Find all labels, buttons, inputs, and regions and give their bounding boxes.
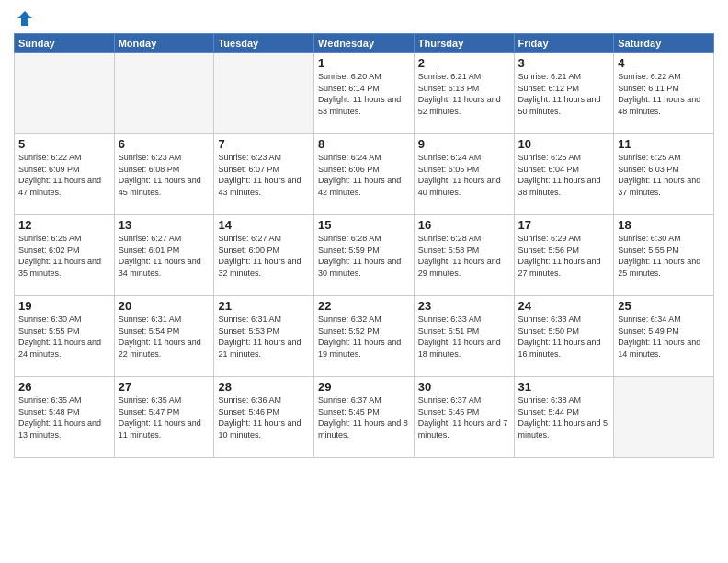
cell-day-number: 26 [18, 380, 110, 394]
calendar-cell: 29Sunrise: 6:37 AMSunset: 5:45 PMDayligh… [314, 377, 415, 458]
calendar-week-row: 5Sunrise: 6:22 AMSunset: 6:09 PMDaylight… [15, 134, 714, 215]
cell-day-number: 3 [518, 56, 610, 70]
calendar-cell [15, 53, 115, 134]
cell-day-number: 5 [18, 137, 110, 151]
cell-day-number: 10 [518, 137, 610, 151]
cell-info: Sunrise: 6:24 AMSunset: 6:05 PMDaylight:… [418, 152, 510, 198]
cell-day-number: 24 [518, 299, 610, 313]
header [14, 9, 714, 28]
cell-info: Sunrise: 6:38 AMSunset: 5:44 PMDaylight:… [518, 395, 610, 441]
calendar-header-sunday: Sunday [15, 34, 115, 53]
cell-day-number: 15 [318, 218, 410, 232]
calendar-cell [214, 53, 314, 134]
calendar-cell: 8Sunrise: 6:24 AMSunset: 6:06 PMDaylight… [314, 134, 415, 215]
calendar-cell: 30Sunrise: 6:37 AMSunset: 5:45 PMDayligh… [414, 377, 514, 458]
calendar-header-wednesday: Wednesday [314, 34, 415, 53]
calendar-cell: 1Sunrise: 6:20 AMSunset: 6:14 PMDaylight… [314, 53, 415, 134]
calendar-week-row: 1Sunrise: 6:20 AMSunset: 6:14 PMDaylight… [15, 53, 714, 134]
calendar-cell: 4Sunrise: 6:22 AMSunset: 6:11 PMDaylight… [614, 53, 714, 134]
cell-day-number: 7 [218, 137, 310, 151]
calendar-cell: 24Sunrise: 6:33 AMSunset: 5:50 PMDayligh… [514, 296, 614, 377]
cell-day-number: 22 [318, 299, 410, 313]
calendar-cell: 23Sunrise: 6:33 AMSunset: 5:51 PMDayligh… [414, 296, 514, 377]
cell-day-number: 1 [318, 56, 410, 70]
cell-info: Sunrise: 6:21 AMSunset: 6:13 PMDaylight:… [418, 71, 510, 117]
cell-info: Sunrise: 6:26 AMSunset: 6:02 PMDaylight:… [18, 233, 110, 279]
cell-day-number: 8 [318, 137, 410, 151]
calendar-cell: 22Sunrise: 6:32 AMSunset: 5:52 PMDayligh… [314, 296, 415, 377]
cell-info: Sunrise: 6:25 AMSunset: 6:04 PMDaylight:… [518, 152, 610, 198]
calendar-cell: 18Sunrise: 6:30 AMSunset: 5:55 PMDayligh… [614, 215, 714, 296]
calendar-cell: 3Sunrise: 6:21 AMSunset: 6:12 PMDaylight… [514, 53, 614, 134]
svg-marker-0 [17, 11, 32, 26]
calendar-cell: 13Sunrise: 6:27 AMSunset: 6:01 PMDayligh… [114, 215, 214, 296]
cell-info: Sunrise: 6:31 AMSunset: 5:54 PMDaylight:… [119, 314, 210, 360]
cell-day-number: 30 [418, 380, 510, 394]
cell-day-number: 4 [618, 56, 710, 70]
cell-day-number: 6 [119, 137, 210, 151]
cell-info: Sunrise: 6:22 AMSunset: 6:09 PMDaylight:… [18, 152, 110, 198]
cell-day-number: 20 [119, 299, 210, 313]
calendar-header-row: SundayMondayTuesdayWednesdayThursdayFrid… [15, 34, 714, 53]
cell-info: Sunrise: 6:21 AMSunset: 6:12 PMDaylight:… [518, 71, 610, 117]
cell-day-number: 9 [418, 137, 510, 151]
cell-info: Sunrise: 6:23 AMSunset: 6:07 PMDaylight:… [218, 152, 310, 198]
cell-day-number: 16 [418, 218, 510, 232]
calendar-header-friday: Friday [514, 34, 614, 53]
cell-day-number: 29 [318, 380, 410, 394]
cell-info: Sunrise: 6:31 AMSunset: 5:53 PMDaylight:… [218, 314, 310, 360]
calendar-cell: 21Sunrise: 6:31 AMSunset: 5:53 PMDayligh… [214, 296, 314, 377]
calendar-header-thursday: Thursday [414, 34, 514, 53]
calendar-week-row: 19Sunrise: 6:30 AMSunset: 5:55 PMDayligh… [15, 296, 714, 377]
cell-day-number: 17 [518, 218, 610, 232]
calendar-cell: 10Sunrise: 6:25 AMSunset: 6:04 PMDayligh… [514, 134, 614, 215]
cell-day-number: 28 [218, 380, 310, 394]
calendar-cell: 27Sunrise: 6:35 AMSunset: 5:47 PMDayligh… [114, 377, 214, 458]
calendar-week-row: 26Sunrise: 6:35 AMSunset: 5:48 PMDayligh… [15, 377, 714, 458]
cell-day-number: 31 [518, 380, 610, 394]
cell-day-number: 19 [18, 299, 110, 313]
calendar-header-tuesday: Tuesday [214, 34, 314, 53]
calendar-cell: 28Sunrise: 6:36 AMSunset: 5:46 PMDayligh… [214, 377, 314, 458]
cell-day-number: 18 [618, 218, 710, 232]
calendar-cell: 6Sunrise: 6:23 AMSunset: 6:08 PMDaylight… [114, 134, 214, 215]
calendar-cell: 11Sunrise: 6:25 AMSunset: 6:03 PMDayligh… [614, 134, 714, 215]
calendar-cell: 9Sunrise: 6:24 AMSunset: 6:05 PMDaylight… [414, 134, 514, 215]
cell-info: Sunrise: 6:22 AMSunset: 6:11 PMDaylight:… [618, 71, 710, 117]
cell-info: Sunrise: 6:20 AMSunset: 6:14 PMDaylight:… [318, 71, 410, 117]
cell-info: Sunrise: 6:28 AMSunset: 5:58 PMDaylight:… [418, 233, 510, 279]
cell-day-number: 13 [119, 218, 210, 232]
calendar-cell: 2Sunrise: 6:21 AMSunset: 6:13 PMDaylight… [414, 53, 514, 134]
cell-info: Sunrise: 6:32 AMSunset: 5:52 PMDaylight:… [318, 314, 410, 360]
calendar-cell: 17Sunrise: 6:29 AMSunset: 5:56 PMDayligh… [514, 215, 614, 296]
logo [14, 9, 34, 28]
calendar-cell [114, 53, 214, 134]
calendar-cell [614, 377, 714, 458]
cell-info: Sunrise: 6:33 AMSunset: 5:50 PMDaylight:… [518, 314, 610, 360]
cell-info: Sunrise: 6:36 AMSunset: 5:46 PMDaylight:… [218, 395, 310, 441]
calendar-week-row: 12Sunrise: 6:26 AMSunset: 6:02 PMDayligh… [15, 215, 714, 296]
cell-info: Sunrise: 6:23 AMSunset: 6:08 PMDaylight:… [119, 152, 210, 198]
cell-day-number: 14 [218, 218, 310, 232]
cell-info: Sunrise: 6:27 AMSunset: 6:01 PMDaylight:… [119, 233, 210, 279]
cell-info: Sunrise: 6:37 AMSunset: 5:45 PMDaylight:… [318, 395, 410, 441]
cell-info: Sunrise: 6:29 AMSunset: 5:56 PMDaylight:… [518, 233, 610, 279]
calendar-cell: 16Sunrise: 6:28 AMSunset: 5:58 PMDayligh… [414, 215, 514, 296]
cell-info: Sunrise: 6:37 AMSunset: 5:45 PMDaylight:… [418, 395, 510, 441]
page: SundayMondayTuesdayWednesdayThursdayFrid… [0, 0, 728, 563]
calendar-cell: 26Sunrise: 6:35 AMSunset: 5:48 PMDayligh… [15, 377, 115, 458]
calendar-cell: 5Sunrise: 6:22 AMSunset: 6:09 PMDaylight… [15, 134, 115, 215]
logo-icon [16, 9, 34, 28]
cell-info: Sunrise: 6:27 AMSunset: 6:00 PMDaylight:… [218, 233, 310, 279]
calendar-cell: 15Sunrise: 6:28 AMSunset: 5:59 PMDayligh… [314, 215, 415, 296]
cell-info: Sunrise: 6:33 AMSunset: 5:51 PMDaylight:… [418, 314, 510, 360]
cell-info: Sunrise: 6:24 AMSunset: 6:06 PMDaylight:… [318, 152, 410, 198]
cell-day-number: 21 [218, 299, 310, 313]
cell-day-number: 25 [618, 299, 710, 313]
cell-info: Sunrise: 6:28 AMSunset: 5:59 PMDaylight:… [318, 233, 410, 279]
calendar-header-monday: Monday [114, 34, 214, 53]
calendar-header-saturday: Saturday [614, 34, 714, 53]
cell-info: Sunrise: 6:25 AMSunset: 6:03 PMDaylight:… [618, 152, 710, 198]
cell-day-number: 23 [418, 299, 510, 313]
cell-day-number: 2 [418, 56, 510, 70]
